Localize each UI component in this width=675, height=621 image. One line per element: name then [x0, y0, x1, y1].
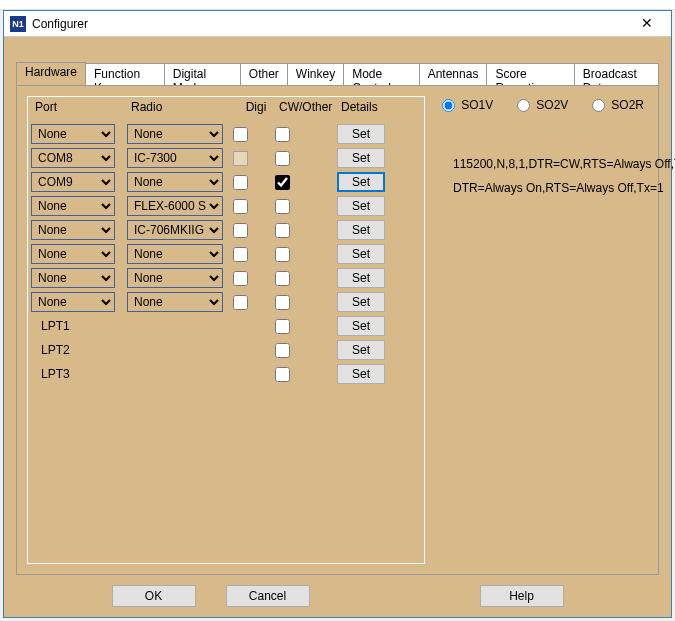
lpt1-label: LPT1 [41, 319, 70, 333]
cancel-button[interactable]: Cancel [226, 585, 310, 607]
cw-check-6[interactable] [275, 271, 290, 286]
cw-check-lpt2[interactable] [275, 343, 290, 358]
cw-check-2[interactable] [275, 175, 290, 190]
digi-check-5[interactable] [233, 247, 248, 262]
lpt3-label: LPT3 [41, 367, 70, 381]
so2v-radio[interactable] [517, 99, 530, 112]
port-select-6[interactable]: None [31, 268, 115, 288]
header-radio: Radio [127, 100, 233, 122]
detail-line-5 [453, 248, 675, 272]
set-button-2[interactable]: Set [337, 172, 385, 192]
radio-select-3[interactable]: FLEX-6000 Series [127, 196, 223, 216]
radio-select-4[interactable]: IC-706MKIIG [127, 220, 223, 240]
so2r-label: SO2R [611, 98, 644, 112]
header-port: Port [31, 100, 127, 122]
tab-hardware[interactable]: Hardware [16, 62, 86, 85]
header-details: Details [337, 100, 401, 122]
radio-select-6[interactable]: None [127, 268, 223, 288]
close-button[interactable]: ✕ [629, 14, 665, 34]
set-button-lpt1[interactable]: Set [337, 316, 385, 336]
tab-function-keys[interactable]: Function Keys [86, 63, 165, 85]
detail-line-0 [453, 128, 675, 152]
set-button-7[interactable]: Set [337, 292, 385, 312]
background-noise [0, 0, 675, 10]
radio-select-7[interactable]: None [127, 292, 223, 312]
configurer-window: N1 Configurer ✕ Hardware Function Keys D… [3, 10, 672, 618]
ok-button[interactable]: OK [112, 585, 196, 607]
detail-line-6 [453, 272, 675, 296]
cw-check-1[interactable] [275, 151, 290, 166]
so2v-option[interactable]: SO2V [517, 98, 568, 112]
radio-select-1[interactable]: IC-7300 [127, 148, 223, 168]
tab-body-hardware: SO1V SO2V SO2R Port N [16, 85, 659, 575]
port-select-5[interactable]: None [31, 244, 115, 264]
port-select-0[interactable]: None [31, 124, 115, 144]
tab-digital-modes[interactable]: Digital Modes [165, 63, 241, 85]
set-button-lpt3[interactable]: Set [337, 364, 385, 384]
set-button-3[interactable]: Set [337, 196, 385, 216]
detail-text-area: 115200,N,8,1,DTR=CW,RTS=Always Off,Tx=1 … [453, 128, 675, 320]
radio-select-5[interactable]: None [127, 244, 223, 264]
cw-check-5[interactable] [275, 247, 290, 262]
set-button-0[interactable]: Set [337, 124, 385, 144]
port-select-1[interactable]: COM8 [31, 148, 115, 168]
header-digi: Digi [233, 100, 275, 122]
detail-line-7 [453, 296, 675, 320]
tab-strip: Hardware Function Keys Digital Modes Oth… [16, 63, 659, 85]
so2r-option[interactable]: SO2R [592, 98, 644, 112]
so-mode-group: SO1V SO2V SO2R [442, 98, 644, 112]
tab-winkey[interactable]: Winkey [288, 63, 344, 85]
port-select-4[interactable]: None [31, 220, 115, 240]
digi-check-2[interactable] [233, 175, 248, 190]
cw-check-lpt3[interactable] [275, 367, 290, 382]
detail-line-4 [453, 224, 675, 248]
so1v-option[interactable]: SO1V [442, 98, 493, 112]
window-title: Configurer [32, 17, 629, 31]
cw-check-0[interactable] [275, 127, 290, 142]
cw-check-7[interactable] [275, 295, 290, 310]
digi-check-7[interactable] [233, 295, 248, 310]
tab-broadcast-data[interactable]: Broadcast Data [575, 63, 659, 85]
cw-check-lpt1[interactable] [275, 319, 290, 334]
titlebar[interactable]: N1 Configurer ✕ [4, 11, 671, 37]
set-button-4[interactable]: Set [337, 220, 385, 240]
digi-check-6[interactable] [233, 271, 248, 286]
port-select-3[interactable]: None [31, 196, 115, 216]
lpt2-label: LPT2 [41, 343, 70, 357]
set-button-lpt2[interactable]: Set [337, 340, 385, 360]
tab-other[interactable]: Other [241, 63, 288, 85]
digi-check-1-disabled [233, 151, 248, 166]
digi-check-4[interactable] [233, 223, 248, 238]
set-button-1[interactable]: Set [337, 148, 385, 168]
help-button[interactable]: Help [480, 585, 564, 607]
cw-check-4[interactable] [275, 223, 290, 238]
digi-check-0[interactable] [233, 127, 248, 142]
detail-line-1: 115200,N,8,1,DTR=CW,RTS=Always Off,Tx=1 [453, 152, 675, 176]
set-button-5[interactable]: Set [337, 244, 385, 264]
set-button-6[interactable]: Set [337, 268, 385, 288]
so2r-radio[interactable] [592, 99, 605, 112]
so1v-radio[interactable] [442, 99, 455, 112]
digi-check-3[interactable] [233, 199, 248, 214]
tab-antennas[interactable]: Antennas [420, 63, 488, 85]
radio-select-0[interactable]: None [127, 124, 223, 144]
detail-line-2: DTR=Always On,RTS=Always Off,Tx=1 [453, 176, 675, 200]
detail-line-3 [453, 200, 675, 224]
tab-mode-control[interactable]: Mode Control [344, 63, 420, 85]
port-select-2[interactable]: COM9 [31, 172, 115, 192]
header-cw: CW/Other [275, 100, 337, 122]
dialog-footer: OK Cancel Help [4, 585, 671, 607]
so1v-label: SO1V [461, 98, 493, 112]
radio-select-2[interactable]: None [127, 172, 223, 192]
cw-check-3[interactable] [275, 199, 290, 214]
tab-score-reporting[interactable]: Score Reporting [487, 63, 574, 85]
port-select-7[interactable]: None [31, 292, 115, 312]
so2v-label: SO2V [536, 98, 568, 112]
app-logo-icon: N1 [10, 16, 26, 32]
